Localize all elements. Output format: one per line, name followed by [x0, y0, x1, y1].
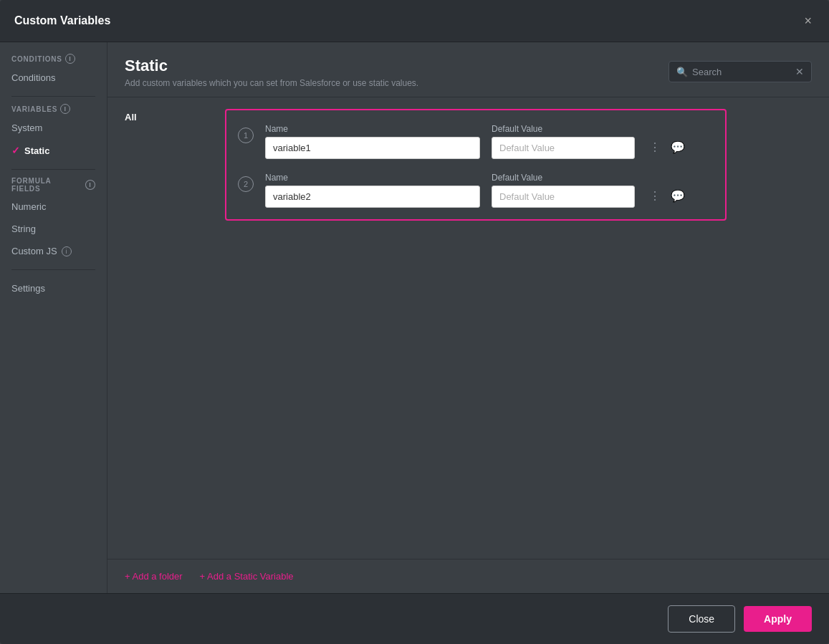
row-number-1: 1 [238, 128, 254, 143]
default-field-group-2: Default Value [492, 173, 635, 208]
check-icon: ✓ [11, 145, 20, 156]
variable1-name-input[interactable] [265, 137, 480, 159]
variable2-name-input[interactable] [265, 186, 480, 208]
variables-section-label: VARIABLES i [0, 104, 107, 117]
default-label-2: Default Value [492, 173, 635, 183]
page-subtitle: Add custom variables which you can set f… [125, 78, 418, 88]
variable2-more-button[interactable]: ⋮ [646, 188, 663, 205]
main-content: Static Add custom variables which you ca… [107, 42, 829, 593]
name-field-group-2: Name [265, 173, 480, 208]
conditions-info-icon[interactable]: i [65, 54, 75, 64]
search-container: 🔍 ✕ [669, 61, 812, 82]
variable2-comment-button[interactable]: 💬 [668, 188, 688, 205]
modal-body: CONDITIONS i Conditions VARIABLES i Syst… [0, 42, 829, 593]
variable-fields-2: Name Default Value ⋮ 💬 [265, 170, 714, 208]
variable-fields-1: Name Default Value ⋮ 💬 [265, 122, 714, 159]
sidebar-item-settings[interactable]: Settings [0, 277, 107, 299]
name-field-group-1: Name [265, 124, 480, 159]
modal-header: Custom Variables × [0, 0, 829, 42]
content-top: All 1 Name [125, 109, 812, 221]
sidebar-item-custom-js-label: Custom JS [11, 246, 57, 256]
main-header: Static Add custom variables which you ca… [107, 42, 829, 97]
sidebar-item-string[interactable]: String [0, 218, 107, 240]
variable-row-2: 2 Name Default Value [238, 170, 714, 208]
modal-footer: Close Apply [0, 593, 829, 644]
clear-search-icon[interactable]: ✕ [795, 66, 804, 77]
sidebar-item-custom-js[interactable]: Custom JS i [0, 240, 107, 262]
sidebar-item-settings-label: Settings [11, 283, 45, 294]
add-folder-link[interactable]: + Add a folder [125, 571, 183, 582]
formula-section-label: FORMULA FIELDS i [0, 177, 107, 196]
sidebar-item-conditions-label: Conditions [11, 72, 55, 83]
custom-variables-modal: Custom Variables × CONDITIONS i Conditio… [0, 0, 829, 644]
sidebar-item-system[interactable]: System [0, 117, 107, 139]
modal-close-button[interactable]: × [801, 11, 815, 30]
search-input[interactable] [692, 67, 791, 77]
sidebar-divider-3 [11, 269, 95, 270]
sidebar-item-conditions[interactable]: Conditions [0, 67, 107, 89]
sidebar-item-string-label: String [11, 224, 36, 234]
name-label-1: Name [265, 124, 480, 134]
row-number-2: 2 [238, 176, 254, 192]
variable1-default-input[interactable] [492, 137, 635, 159]
sidebar: CONDITIONS i Conditions VARIABLES i Syst… [0, 42, 107, 593]
modal-title: Custom Variables [14, 14, 110, 27]
variable1-more-button[interactable]: ⋮ [646, 139, 663, 156]
all-label: All [125, 109, 225, 221]
sidebar-item-static[interactable]: ✓ Static [0, 139, 107, 162]
variables-info-icon[interactable]: i [60, 104, 70, 114]
sidebar-item-numeric-label: Numeric [11, 201, 46, 212]
variable2-default-input[interactable] [492, 186, 635, 208]
custom-js-info-icon[interactable]: i [62, 246, 72, 256]
formula-info-icon[interactable]: i [85, 180, 95, 190]
conditions-section-label: CONDITIONS i [0, 54, 107, 67]
search-icon: 🔍 [676, 67, 688, 77]
row-actions-1: ⋮ 💬 [646, 122, 688, 159]
sidebar-item-system-label: System [11, 122, 42, 133]
sidebar-item-numeric[interactable]: Numeric [0, 196, 107, 218]
page-title: Static [125, 57, 418, 75]
add-static-variable-link[interactable]: + Add a Static Variable [200, 571, 294, 582]
variable1-comment-button[interactable]: 💬 [668, 139, 688, 156]
bottom-actions: + Add a folder + Add a Static Variable [107, 559, 829, 593]
name-label-2: Name [265, 173, 480, 183]
apply-button[interactable]: Apply [744, 606, 812, 632]
default-field-group-1: Default Value [492, 124, 635, 159]
sidebar-item-static-label: Static [24, 145, 49, 156]
content-area: All 1 Name [107, 97, 829, 559]
sidebar-divider-2 [11, 169, 95, 170]
variable-row-1: 1 Name Default Value [238, 122, 714, 159]
row-actions-2: ⋮ 💬 [646, 170, 688, 208]
default-label-1: Default Value [492, 124, 635, 134]
main-header-left: Static Add custom variables which you ca… [125, 57, 418, 88]
variables-container: 1 Name Default Value [225, 109, 727, 221]
close-footer-button[interactable]: Close [668, 605, 735, 633]
sidebar-divider-1 [11, 96, 95, 97]
